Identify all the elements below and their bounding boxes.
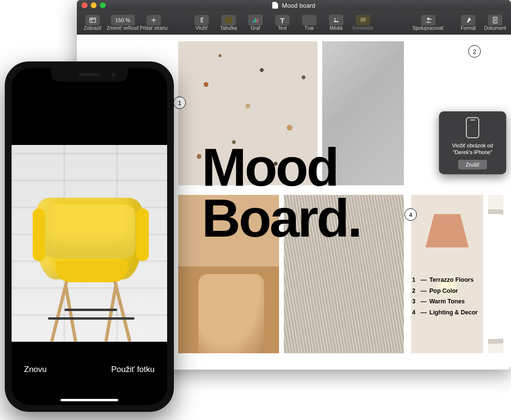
- svg-rect-4: [256, 19, 258, 23]
- comment-button[interactable]: Komentár: [350, 12, 376, 33]
- window-controls: [82, 2, 106, 8]
- collaborate-button[interactable]: Spolupracovať: [413, 12, 444, 33]
- toolbar: Zobraziť 150 % Zmeniť veľkosť Pridať str…: [77, 11, 511, 35]
- collaborate-label: Spolupracovať: [413, 25, 444, 31]
- iphone-device: Znovu Použiť fotku: [5, 61, 174, 412]
- titlebar: Mood board: [77, 0, 511, 11]
- zoom-window-button[interactable]: [100, 2, 106, 8]
- plus-icon: [146, 15, 161, 25]
- shape-icon: [302, 15, 316, 25]
- legend: 1—Terrazzo Floors 2—Pop Color 3—Warm Ton…: [412, 275, 478, 318]
- window-title: Mood board: [77, 2, 511, 9]
- add-page-label: Pridať stranu: [140, 25, 168, 31]
- close-window-button[interactable]: [82, 2, 87, 8]
- svg-point-6: [427, 18, 429, 20]
- comment-icon: [356, 15, 370, 25]
- lamp-shade: [426, 214, 469, 248]
- continuity-camera-popover: Vložiť obrázok od "Derek's iPhone" Zruši…: [439, 111, 506, 174]
- callout-4: 4: [404, 208, 417, 221]
- svg-rect-0: [90, 18, 96, 22]
- camera-actions: Znovu Použiť fotku: [12, 348, 167, 405]
- media-button[interactable]: Médiá: [323, 12, 349, 33]
- zoom-button[interactable]: 150 % Zmeniť veľkosť: [107, 12, 139, 33]
- title-line-2: Board.: [202, 193, 361, 244]
- page-title[interactable]: Mood Board.: [202, 142, 361, 244]
- minimize-window-button[interactable]: [91, 2, 97, 8]
- legend-row: 3—Warm Tones: [412, 296, 478, 307]
- popover-message: Vložiť obrázok od "Derek's iPhone": [444, 142, 501, 156]
- text-icon: T: [275, 15, 290, 25]
- iphone-screen: Znovu Použiť fotku: [12, 68, 167, 405]
- image-lamp[interactable]: [411, 195, 483, 353]
- view-icon: [85, 15, 100, 25]
- format-label: Formát: [461, 25, 476, 31]
- iphone-notch: [51, 68, 128, 82]
- view-label: Zobraziť: [84, 25, 101, 31]
- chart-button[interactable]: Graf: [243, 12, 268, 33]
- svg-rect-3: [255, 18, 256, 23]
- table-icon: [221, 15, 236, 25]
- document-panel-icon: [488, 15, 502, 25]
- title-line-1: Mood: [202, 142, 361, 193]
- use-photo-button[interactable]: Použiť fotku: [111, 365, 155, 374]
- image-mirror[interactable]: [488, 195, 503, 353]
- insert-label: Vložiť: [195, 25, 207, 31]
- document-icon: [272, 2, 278, 9]
- paragraph-icon: [195, 15, 209, 25]
- svg-rect-1: [226, 18, 231, 23]
- text-button[interactable]: T Text: [269, 12, 295, 33]
- collaborate-icon: [421, 15, 436, 25]
- yellow-chair: [31, 179, 151, 342]
- zoom-value: 150 %: [111, 15, 135, 25]
- phone-icon: [466, 117, 479, 138]
- text-label: Text: [278, 25, 287, 31]
- home-indicator[interactable]: [61, 399, 118, 401]
- comment-label: Komentár: [353, 25, 373, 31]
- svg-rect-2: [253, 20, 254, 23]
- insert-button[interactable]: Vložiť: [189, 12, 215, 33]
- legend-row: 1—Terrazzo Floors: [412, 275, 478, 286]
- legend-row: 4—Lighting & Decor: [412, 307, 478, 318]
- brush-icon: [461, 15, 475, 25]
- cancel-button[interactable]: Zrušiť: [458, 160, 487, 169]
- media-icon: [329, 15, 343, 25]
- legend-row: 2—Pop Color: [412, 286, 478, 297]
- callout-1: 1: [173, 96, 186, 109]
- zoom-label: Zmeniť veľkosť: [107, 25, 139, 31]
- shape-button[interactable]: Tvar: [296, 12, 322, 33]
- chart-icon: [248, 15, 263, 25]
- format-button[interactable]: Formát: [455, 12, 481, 33]
- table-button[interactable]: Tabuľka: [216, 12, 242, 33]
- chart-label: Graf: [251, 25, 260, 31]
- callout-2: 2: [468, 45, 481, 58]
- svg-point-5: [334, 18, 336, 20]
- add-page-button[interactable]: Pridať stranu: [140, 12, 168, 33]
- view-button[interactable]: Zobraziť: [80, 12, 106, 33]
- retake-button[interactable]: Znovu: [24, 365, 47, 374]
- window-title-text: Mood board: [282, 2, 315, 9]
- table-label: Tabuľka: [220, 25, 237, 31]
- media-label: Médiá: [329, 25, 342, 31]
- document-button[interactable]: Dokument: [482, 12, 508, 33]
- document-label: Dokument: [484, 25, 506, 31]
- shape-label: Tvar: [304, 25, 314, 31]
- camera-preview: [12, 145, 167, 342]
